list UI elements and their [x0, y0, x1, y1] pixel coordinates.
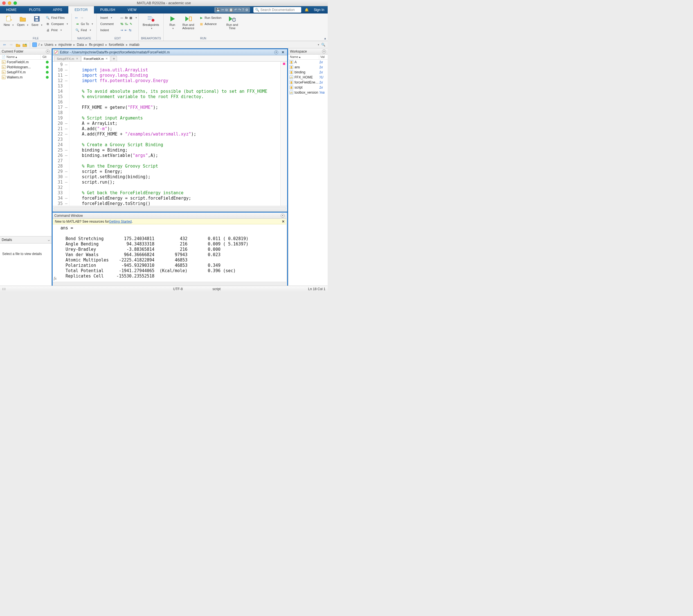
- print-button[interactable]: 🖨Print ▾: [44, 27, 69, 33]
- copy-icon[interactable]: ⧉: [225, 8, 228, 12]
- code-area[interactable]: import java.util.ArrayList import groovy…: [70, 62, 280, 206]
- breadcrumb-item[interactable]: /: [38, 43, 40, 47]
- close-tab-icon[interactable]: ✕: [76, 57, 78, 60]
- editor-tab-setupffx[interactable]: SetupFFX.m✕: [54, 56, 81, 61]
- close-tab-icon[interactable]: ✕: [105, 57, 108, 60]
- minimize-window-button[interactable]: [8, 1, 11, 5]
- help-icon[interactable]: ?: [242, 8, 244, 12]
- zoom-window-button[interactable]: [14, 1, 17, 5]
- path-back-button[interactable]: ⇦: [2, 42, 7, 47]
- breadcrumb-item[interactable]: Users: [44, 43, 54, 47]
- find-files-button[interactable]: 🔍Find Files: [44, 15, 69, 21]
- indent-button[interactable]: Indent: [99, 27, 118, 33]
- workspace-item[interactable]: binding1x: [288, 70, 328, 75]
- current-folder-columns[interactable]: 📄 Name ▴ Git: [0, 55, 52, 60]
- file-row[interactable]: fxForceFieldX.m: [0, 60, 52, 65]
- path-forward-button[interactable]: ⇨: [8, 42, 14, 47]
- status-filetype[interactable]: script: [213, 287, 241, 291]
- run-and-time-button[interactable]: Run and Time: [223, 15, 240, 36]
- tab-plots[interactable]: PLOTS: [23, 6, 47, 14]
- git-status-dot: [46, 71, 49, 74]
- workspace-item[interactable]: ans1x: [288, 65, 328, 70]
- workspace-item[interactable]: chFFX_HOME'/U: [288, 75, 328, 80]
- editor-title: Editor - /Users/mjschnie/Data/ffx-projec…: [60, 50, 170, 54]
- cmd-hscroll[interactable]: [53, 282, 286, 286]
- search-docs-field[interactable]: 🔍 Search Documentation: [253, 7, 301, 13]
- compare-button[interactable]: ⧉Compare ▾: [44, 21, 69, 27]
- paste-icon[interactable]: 📋: [229, 8, 233, 12]
- insert-button[interactable]: Insert ▾: [99, 15, 118, 21]
- run-button[interactable]: Run▾: [166, 15, 179, 36]
- sign-in-button[interactable]: Sign In: [311, 6, 328, 14]
- breadcrumb-item[interactable]: matlab: [129, 43, 140, 47]
- find-icon: 🔍: [75, 28, 80, 32]
- svg-rect-8: [148, 19, 151, 20]
- tab-view[interactable]: VIEW: [121, 6, 143, 14]
- insert-section-icon[interactable]: ▭fx▦▾: [119, 15, 136, 21]
- editor-panel-menu[interactable]: ▾: [274, 50, 278, 54]
- workspace-item[interactable]: script1x: [288, 85, 328, 90]
- run-and-advance-button[interactable]: Run and Advance: [180, 15, 197, 36]
- close-window-button[interactable]: [2, 1, 6, 5]
- breadcrumb-item[interactable]: forcefieldx: [108, 43, 125, 47]
- nav-back-forward[interactable]: ⇦ ⇨: [74, 15, 94, 21]
- details-message: Select a file to view details: [0, 244, 52, 286]
- tab-publish[interactable]: PUBLISH: [94, 6, 121, 14]
- command-output[interactable]: ans = Bond Stretching 175.24034811 432 0…: [53, 224, 286, 282]
- advance-button[interactable]: ▦Advance: [198, 21, 223, 27]
- notifications-icon[interactable]: 🔔: [304, 6, 309, 14]
- tab-apps[interactable]: APPS: [47, 6, 68, 14]
- indent-icons[interactable]: ⇥⇤⇆: [119, 27, 136, 33]
- editor-close-button[interactable]: ✕: [280, 50, 285, 54]
- run-section-button[interactable]: ▶Run Section: [198, 15, 223, 21]
- file-row[interactable]: fxPlotHistogram...: [0, 65, 52, 70]
- comment-icons[interactable]: %‰✎: [119, 21, 136, 27]
- status-cursor-pos[interactable]: Ln 18 Col 1: [308, 287, 325, 291]
- breakpoints-button[interactable]: Breakpoints▾: [141, 15, 161, 36]
- breadcrumb-item[interactable]: ffx-project: [88, 43, 104, 47]
- editor-marker-bar[interactable]: [280, 62, 287, 206]
- workspace-item[interactable]: forceFieldEnergy1x: [288, 80, 328, 85]
- nav-fwd-icon[interactable]: ⇨: [81, 16, 83, 20]
- nav-back-icon[interactable]: ⇦: [75, 16, 78, 20]
- file-list: fxForceFieldX.mfxPlotHistogram...fxSetup…: [0, 60, 52, 236]
- open-button[interactable]: Open ▾: [16, 15, 29, 36]
- cut-icon[interactable]: ✂: [221, 8, 224, 12]
- editor-tab-forcefieldx[interactable]: ForceFieldX.m✕: [81, 56, 111, 61]
- breadcrumb: /▸Users▸mjschnie▸Data▸ffx-project▸forcef…: [38, 43, 140, 47]
- save-icon[interactable]: 💾: [216, 8, 220, 12]
- save-button[interactable]: Save ▾: [31, 15, 43, 36]
- toolstrip-collapse-button[interactable]: ▴: [324, 36, 326, 40]
- path-dropdown[interactable]: ▾: [318, 43, 319, 46]
- getting-started-link[interactable]: Getting Started: [109, 220, 132, 224]
- path-search-button[interactable]: 🔍: [320, 42, 326, 47]
- tab-home[interactable]: HOME: [0, 6, 23, 14]
- path-up2-button[interactable]: [22, 42, 27, 47]
- cmd-panel-menu-button[interactable]: ▾: [281, 214, 285, 218]
- breadcrumb-item[interactable]: Data: [76, 43, 84, 47]
- panel-menu-button[interactable]: ▾: [46, 49, 50, 54]
- code-editor[interactable]: 9–10–11–12–13 14 15 16 17–18 19 20–21–22…: [53, 62, 287, 206]
- ws-panel-menu-button[interactable]: ▾: [322, 49, 326, 54]
- goto-button[interactable]: ➡Go To ▾: [74, 21, 94, 27]
- workspace-item[interactable]: A1x: [288, 60, 328, 65]
- find-button[interactable]: 🔍Find ▾: [74, 27, 94, 33]
- file-row[interactable]: fxSetupFFX.m: [0, 70, 52, 75]
- file-row[interactable]: fxWalkers.m: [0, 75, 52, 80]
- new-button[interactable]: + New ▾: [2, 15, 15, 36]
- line-gutter[interactable]: 9–10–11–12–13 14 15 16 17–18 19 20–21–22…: [53, 62, 70, 206]
- workspace-columns[interactable]: Name ▴ Val: [288, 55, 328, 60]
- redo-icon[interactable]: ↷: [238, 8, 241, 12]
- undo-icon[interactable]: ↶: [234, 8, 237, 12]
- tab-editor[interactable]: EDITOR: [68, 6, 94, 14]
- path-up-button[interactable]: [15, 42, 21, 47]
- add-tab-button[interactable]: ＋: [111, 56, 117, 61]
- status-encoding[interactable]: UTF-8: [173, 287, 201, 291]
- banner-close-button[interactable]: ✕: [282, 220, 285, 224]
- comment-button[interactable]: Comment: [99, 21, 118, 27]
- details-header[interactable]: Details⌵: [0, 236, 52, 244]
- prefs-icon[interactable]: ⚙: [245, 8, 248, 12]
- breadcrumb-item[interactable]: mjschnie: [58, 43, 72, 47]
- editor-hscroll[interactable]: [53, 206, 287, 211]
- workspace-item[interactable]: chtoolbox_version'ma: [288, 90, 328, 95]
